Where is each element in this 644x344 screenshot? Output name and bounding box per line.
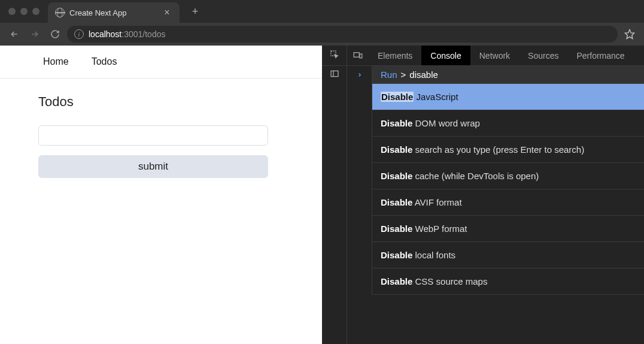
command-menu-input[interactable]: Run >disable [372, 66, 644, 84]
window-maximize-button[interactable] [32, 8, 40, 15]
page-viewport: Home Todos Todos submit [0, 46, 322, 344]
svg-rect-2 [331, 71, 338, 76]
command-result-item[interactable]: Disable DOM word wrap [372, 110, 644, 137]
svg-marker-0 [625, 30, 634, 39]
page-heading: Todos [38, 94, 284, 110]
nav-link-home[interactable]: Home [43, 56, 69, 67]
run-label: Run [381, 70, 397, 80]
command-result-item[interactable]: Disable CSS source maps [372, 268, 644, 295]
todo-input[interactable] [38, 125, 268, 146]
chevron-right-icon: > [401, 70, 406, 80]
command-result-item[interactable]: Disable cache (while DevTools is open) [372, 163, 644, 189]
command-result-item[interactable]: Disable WebP format [372, 216, 644, 242]
url-text: localhost:3001/todos [89, 29, 165, 39]
address-bar[interactable]: i localhost:3001/todos [67, 26, 618, 43]
new-tab-button[interactable]: + [187, 3, 203, 20]
command-result-item[interactable]: Disable search as you type (press Enter … [372, 137, 644, 163]
window-controls [0, 8, 48, 15]
devtools-panel: Elements Console Network Sources Perform… [322, 46, 644, 344]
svg-rect-5 [360, 54, 362, 58]
globe-icon [55, 8, 65, 17]
command-result-item[interactable]: Disable AVIF format [372, 189, 644, 216]
command-result-item[interactable]: Disable local fonts [372, 242, 644, 268]
site-info-icon[interactable]: i [74, 29, 84, 39]
tab-console[interactable]: Console [421, 46, 470, 65]
tab-close-button[interactable]: × [162, 7, 172, 18]
tab-network[interactable]: Network [470, 46, 519, 65]
device-toolbar-icon[interactable] [347, 46, 369, 65]
tab-sources[interactable]: Sources [519, 46, 567, 65]
bookmark-star-icon[interactable] [621, 29, 638, 40]
reload-button[interactable] [47, 26, 63, 43]
back-button[interactable] [6, 26, 23, 43]
tab-performance[interactable]: Performance [567, 46, 633, 65]
svg-rect-4 [354, 52, 359, 57]
browser-toolbar: i localhost:3001/todos [0, 23, 644, 46]
browser-tab-strip: Create Next App × + [0, 0, 644, 23]
inspect-element-icon[interactable] [330, 50, 339, 62]
command-query: disable [409, 70, 438, 80]
sidebar-toggle-icon[interactable] [330, 69, 339, 81]
tab-title: Create Next App [69, 8, 157, 17]
page-nav: Home Todos [0, 46, 322, 79]
devtools-tabs: Elements Console Network Sources Perform… [347, 46, 644, 66]
console-prompt-chevron-icon [357, 70, 363, 295]
tab-elements[interactable]: Elements [369, 46, 421, 65]
forward-button[interactable] [26, 26, 43, 43]
window-close-button[interactable] [8, 8, 16, 15]
browser-tab[interactable]: Create Next App × [48, 2, 180, 23]
nav-link-todos[interactable]: Todos [92, 56, 117, 67]
submit-button[interactable]: submit [38, 155, 268, 178]
command-result-item[interactable]: Disable JavaScript [372, 84, 644, 110]
window-minimize-button[interactable] [20, 8, 28, 15]
command-results-list: Disable JavaScriptDisable DOM word wrapD… [372, 84, 644, 295]
